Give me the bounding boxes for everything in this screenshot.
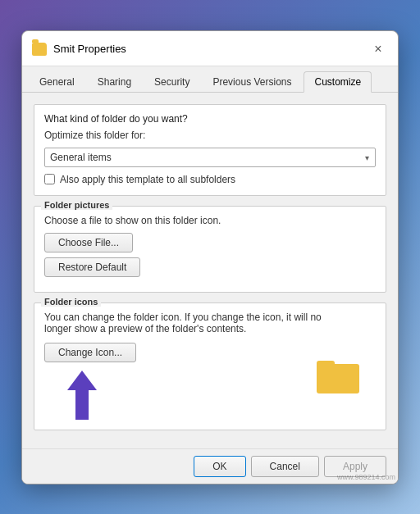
ok-button[interactable]: OK (194, 456, 245, 477)
arrow-annotation (44, 371, 317, 420)
title-bar-left: Smit Properties (32, 43, 126, 56)
title-bar: Smit Properties × (22, 31, 398, 66)
watermark: www.989214.com (337, 473, 395, 481)
subfolders-checkbox[interactable] (44, 174, 55, 184)
subfolders-label: Also apply this template to all subfolde… (60, 174, 235, 185)
choose-file-button[interactable]: Choose File... (44, 233, 133, 252)
subfolders-checkbox-row: Also apply this template to all subfolde… (44, 174, 376, 185)
folder-icon-title (32, 43, 47, 56)
cancel-button[interactable]: Cancel (251, 456, 319, 477)
tab-sharing[interactable]: Sharing (87, 71, 142, 92)
optimize-dropdown-wrapper: General items Documents Pictures Music V… (44, 148, 376, 167)
optimize-dropdown[interactable]: General items Documents Pictures Music V… (44, 148, 376, 167)
svg-marker-0 (67, 371, 97, 420)
tab-general[interactable]: General (29, 71, 85, 92)
folder-icons-row: Change Icon... (44, 343, 376, 420)
restore-default-button[interactable]: Restore Default (44, 257, 140, 277)
properties-dialog: Smit Properties × General Sharing Securi… (21, 30, 399, 484)
folder-pictures-section-label: Folder pictures (41, 200, 112, 210)
folder-preview-icon (317, 357, 359, 393)
optimize-label: Optimize this folder for: (44, 130, 376, 141)
folder-type-section: What kind of folder do you want? Optimiz… (34, 104, 386, 196)
tab-bar: General Sharing Security Previous Versio… (22, 66, 398, 93)
content-area: What kind of folder do you want? Optimiz… (22, 93, 398, 448)
tab-previous-versions[interactable]: Previous Versions (202, 71, 302, 92)
tab-security[interactable]: Security (144, 71, 200, 92)
folder-pictures-desc: Choose a file to show on this folder ico… (44, 215, 376, 226)
folder-icon-preview-area (317, 357, 359, 396)
folder-type-heading: What kind of folder do you want? (44, 113, 376, 125)
folder-icons-left: Change Icon... (44, 343, 317, 420)
close-button[interactable]: × (368, 39, 388, 59)
folder-icons-desc: You can change the folder icon. If you c… (44, 312, 376, 334)
folder-pictures-section: Folder pictures Choose a file to show on… (34, 206, 386, 293)
change-icon-button[interactable]: Change Icon... (44, 343, 136, 362)
tab-customize[interactable]: Customize (304, 71, 372, 93)
folder-icons-section: Folder icons You can change the folder i… (34, 302, 386, 430)
folder-icons-section-label: Folder icons (41, 297, 101, 307)
arrow-up-icon (67, 371, 97, 420)
dialog-title: Smit Properties (53, 43, 126, 55)
svg-rect-2 (317, 361, 335, 369)
